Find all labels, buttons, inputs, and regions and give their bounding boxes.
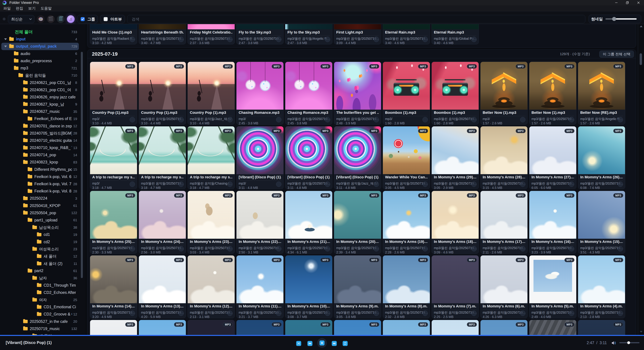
select-circle[interactable] — [520, 117, 526, 122]
sidebar-folder-item[interactable]: 여자25 — [1, 296, 79, 303]
minimize-button[interactable] — [611, 0, 622, 5]
select-circle[interactable] — [325, 246, 330, 251]
select-circle[interactable] — [569, 246, 574, 251]
sidebar-folder-item[interactable]: 20250719_music132 — [1, 325, 79, 333]
file-card[interactable]: MP3 — [529, 320, 576, 335]
sidebar-folder-item[interactable]: 20240621_pop CD1_남8 — [1, 79, 79, 86]
select-circle[interactable] — [520, 182, 526, 187]
file-card[interactable]: MP3 Better Now (1).mp3 mp3/ 1:57 · 2.6 M… — [480, 62, 528, 125]
sidebar-folder-item[interactable]: cd119 — [1, 231, 79, 238]
close-button[interactable] — [633, 0, 644, 5]
sidebar-folder-item[interactable]: 남자36 — [1, 274, 79, 282]
pause-button[interactable] — [320, 341, 324, 346]
file-card[interactable]: MP3 [Vibrant] (Disco Pop) (1)... mp3/ 3:… — [236, 126, 284, 189]
select-circle[interactable] — [618, 246, 623, 251]
file-card[interactable]: MP3 Boombox (1).mp3 mp3/올린 음악들/20250719.… — [432, 62, 479, 125]
file-card[interactable]: MP3 In Mommy's Arms (7).m... mp3/올린 음악들/… — [432, 255, 479, 318]
file-card[interactable]: MP3 In Mommy's Arms (16).... mp3/올린 음악들/… — [529, 191, 576, 254]
select-circle[interactable] — [422, 311, 428, 316]
volume-icon[interactable] — [611, 341, 616, 346]
select-circle[interactable] — [569, 182, 574, 187]
select-circle[interactable] — [374, 37, 379, 42]
select-circle[interactable] — [178, 37, 184, 42]
select-circle[interactable] — [227, 182, 232, 187]
file-card[interactable]: MP3 Better Now (RE).mp3 mp3/올린 음악들/Angel… — [578, 62, 625, 125]
file-card[interactable]: MP3 — [90, 320, 137, 335]
file-card[interactable]: MP3 The butterflies you get ... mp3/올린 음… — [334, 62, 381, 125]
select-circle[interactable] — [374, 117, 379, 122]
sidebar-folder-item[interactable]: audio6 — [1, 50, 79, 57]
select-circle[interactable] — [374, 311, 379, 316]
file-card[interactable]: MP3 — [285, 320, 332, 335]
file-card[interactable]: MP3 — [383, 320, 430, 335]
file-card[interactable]: MP3 In Mommy's Arms (24).... mp3/올린 음악들/… — [139, 191, 186, 254]
select-circle[interactable] — [130, 182, 135, 187]
scrollbar-thumb[interactable] — [81, 52, 83, 278]
file-card[interactable]: MP3 Country Pop (1).mp3 mp3/ 3:10 · 4.4 … — [90, 62, 137, 125]
menu-item-0[interactable]: 파일 — [3, 6, 11, 11]
file-card[interactable]: MP3 In Mommy's Arms (9).m... mp3/올린 음악들/… — [334, 255, 381, 318]
file-card[interactable]: MP3 Eternal Rain.mp3 mp3/올린 음악들/20250719… — [383, 24, 430, 44]
file-card[interactable]: MP3 In Mommy's Arms (10).... mp3/올린 음악들/… — [285, 255, 332, 318]
file-card[interactable]: MP3 Better Now (1).mp3 mp3/올린 음악들/202507… — [529, 62, 576, 125]
select-circle[interactable] — [618, 182, 623, 187]
sidebar-folder-item[interactable]: Feelkori k-pop, Vol. 828 — [1, 188, 79, 195]
select-circle[interactable] — [618, 117, 623, 122]
sidebar-folder-item[interactable]: 여성목소리23 — [1, 246, 79, 253]
file-card[interactable]: MP3 A trip to recharge my s... mp3/올린 음악… — [139, 126, 186, 189]
file-card[interactable]: MP3 In Mommy's Arms (22).... mp3/올린 음악들/… — [236, 191, 284, 254]
file-card[interactable]: MP3 In Mommy's Arms (21).... mp3/올린 음악들/… — [285, 191, 332, 254]
volume-knob[interactable] — [627, 341, 630, 344]
sidebar-folder-item[interactable]: 20240823_kpop83 — [1, 159, 79, 166]
sidebar-folder-item[interactable]: output_comfyui_pack729 — [1, 43, 79, 50]
file-card[interactable]: MP3 A trip to recharge my s... mp3/ 3:18… — [90, 126, 137, 189]
select-circle[interactable] — [227, 246, 232, 251]
file-card[interactable]: MP3 In Mommy's Arms (20).... mp3/올린 음악들/… — [334, 191, 381, 254]
menu-item-1[interactable]: 편집 — [16, 6, 23, 11]
select-circle[interactable] — [227, 117, 232, 122]
select-circle[interactable] — [130, 311, 135, 316]
file-card[interactable]: MP3 In Mommy's Arms (13).... mp3/올린 음악들/… — [139, 255, 186, 318]
select-circle[interactable] — [569, 311, 574, 316]
sidebar-folder-item[interactable]: 올린 음악들710 — [1, 72, 79, 79]
file-card[interactable]: MP3 In Mommy's Arms (4).m... mp3/올린 음악들/… — [578, 255, 625, 318]
artview-checkbox[interactable] — [104, 17, 108, 21]
sidebar-folder-item[interactable]: 20250418_KPOP61 — [1, 202, 79, 209]
sidebar-folder-item[interactable]: 20240626_enjoy jazz cafe (BGM) — [1, 93, 79, 101]
restore-button[interactable] — [622, 0, 633, 5]
sidebar-folder-item[interactable]: part261 — [1, 267, 79, 274]
file-card[interactable]: MP3 In Mommy's Arms (12).... mp3/올린 음악들/… — [188, 255, 235, 318]
select-circle[interactable] — [325, 311, 330, 316]
file-card[interactable]: MP3 Chasing Romance.mp3 mp3/ 2:45 · 3.8 … — [236, 62, 284, 125]
file-card[interactable]: MP3 — [139, 320, 186, 335]
file-card[interactable]: MP3 — [432, 320, 479, 335]
sort-dropdown[interactable]: 최신순 — [8, 15, 34, 23]
file-card[interactable]: MP3 Country Pop (1).mp3 mp3/올린 음악들/20250… — [139, 62, 186, 125]
file-card[interactable]: MP3 In Mommy's Arms (17).... mp3/올린 음악들/… — [480, 191, 528, 254]
file-card[interactable]: MP3 Chasing Romance.mp3 mp3/올린 음악들/20250… — [285, 62, 332, 125]
select-circle[interactable] — [374, 182, 379, 187]
menu-item-3[interactable]: 도움말 — [40, 6, 52, 11]
select-circle[interactable] — [422, 37, 428, 42]
select-circle[interactable] — [227, 37, 232, 42]
file-card[interactable]: MP3 Boombox (1).mp3 mp3/ 1:60 · 2.8 MB — [383, 62, 430, 125]
file-card[interactable]: MP3 [Vibrant] (Disco Pop) (1)... mp3/올린 … — [285, 126, 332, 189]
sidebar-folder-item[interactable]: Different Rhythms_pop15 — [1, 166, 79, 173]
file-card[interactable]: MP3 — [334, 320, 381, 335]
sidebar-folder-item[interactable]: mp3721 — [1, 64, 79, 72]
sidebar-folder-item[interactable]: Feelkori_Echoes of Emotion19 — [1, 115, 79, 122]
sidebar-folder-item[interactable]: part1_upload61 — [1, 217, 79, 224]
content-scrollbar[interactable] — [638, 24, 644, 335]
select-circle[interactable] — [276, 37, 282, 42]
select-circle[interactable] — [130, 246, 135, 251]
file-card[interactable]: MP3 Hold Me Close (1).mp3 mp3/올린 음악들/Rad… — [90, 24, 137, 44]
select-circle[interactable] — [471, 246, 477, 251]
file-card[interactable]: MP3 In Mommy's Arms (26).... mp3/올린 음악들/… — [578, 126, 625, 189]
model-view-button[interactable] — [57, 15, 64, 23]
file-card[interactable]: MP3 In Mommy's Arms (6).m... mp3/올린 음악들/… — [480, 255, 528, 318]
file-card[interactable]: MP3 In Mommy's Arms (28).... mp3/올린 음악들/… — [480, 126, 528, 189]
group-toggle[interactable]: 그룹 — [77, 15, 98, 23]
select-circle[interactable] — [471, 37, 477, 42]
sidebar-folder-item[interactable]: 20240710_kpop_R&B_ Vol 513 — [1, 144, 79, 151]
sidebar-scrollbar[interactable] — [80, 49, 83, 335]
